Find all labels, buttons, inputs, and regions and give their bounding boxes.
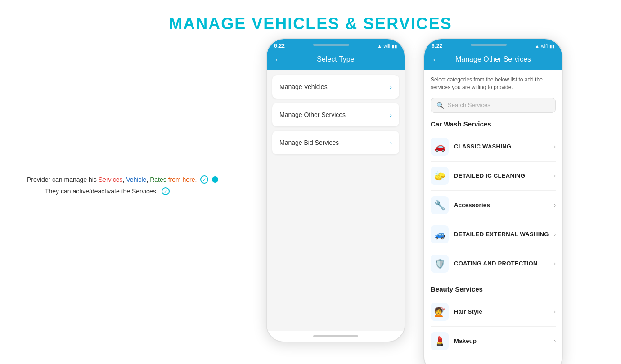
service-detailed-ic[interactable]: 🧽 DETAILED IC CLEANING › [431,162,556,191]
phone1-home-bar [313,335,358,337]
service-ext-name: DETAILED EXTERNAL WASHING [454,231,549,238]
phone2-body: Select categories from the below list to… [424,70,562,355]
menu-item-other-services-label: Manage Other Services [279,111,346,118]
service-makeup-name: Makeup [454,337,477,344]
menu-item-vehicles-label: Manage Vehicles [279,83,328,90]
phone2-back-button[interactable]: ← [432,54,441,65]
battery-icon: ▮▮ [392,44,397,49]
phone2-status-bar: 6:22 ▲ wifi ▮▮ [424,39,562,51]
service-detailed-ic-chevron: › [554,172,556,179]
service-coating-icon: 🛡️ [431,255,449,273]
service-ext-washing[interactable]: 🚙 DETAILED EXTERNAL WASHING › [431,220,556,249]
phone2-wifi-icon: wifi [541,44,548,49]
check-icon-1: ✓ [200,175,208,184]
phone2-signal-icon: ▲ [535,44,540,49]
phone1-back-button[interactable]: ← [274,54,283,65]
service-classic-name: CLASSIC WASHING [454,143,511,150]
phone2-time: 6:22 [432,43,442,49]
phone1-home-indicator [267,331,405,342]
wifi-icon: wifi [384,44,390,49]
menu-item-bid-services[interactable]: Manage Bid Services › [272,131,399,154]
service-detailed-ic-left: 🧽 DETAILED IC CLEANING [431,167,525,185]
menu-item-vehicles[interactable]: Manage Vehicles › [272,75,399,99]
service-classic-chevron: › [554,143,556,150]
car-wash-section: Car Wash Services 🚗 CLASSIC WASHING › 🧽 … [431,120,556,278]
service-accessories-chevron: › [554,202,556,208]
service-ext-icon: 🚙 [431,225,449,243]
check-icon-2: ✓ [162,187,170,195]
annotation-from-here: from here. [168,176,197,183]
service-hair-style[interactable]: 💇 Hair Style › [431,297,556,327]
phone2-status-icons: ▲ wifi ▮▮ [535,44,555,49]
phone-1: 6:22 ▲ wifi ▮▮ ← Select Type Manage Vehi… [266,38,405,342]
service-classic-icon: 🚗 [431,138,449,156]
search-bar[interactable]: 🔍 Search Services [431,98,556,113]
annotation-line2: They can active/deactivate the Services. [45,188,158,195]
beauty-section-title: Beauty Services [431,285,556,293]
service-makeup-left: 💄 Makeup [431,332,477,350]
phone-2: 6:22 ▲ wifi ▮▮ ← Manage Other Services S… [423,38,563,364]
service-ext-left: 🚙 DETAILED EXTERNAL WASHING [431,225,549,243]
annotation-area: Provider can manage his Services, Vehicl… [27,175,292,199]
beauty-section: Beauty Services 💇 Hair Style › 💄 Makeup … [431,285,556,355]
phone1-notch [313,44,349,46]
page-title: MANAGE VEHICLES & SERVICES [0,0,621,33]
service-accessories-name: Accessories [454,202,490,208]
service-coating-name: COATING AND PROTECTION [454,260,538,267]
service-makeup-chevron: › [554,337,556,344]
signal-icon: ▲ [378,44,382,49]
phones-container: 6:22 ▲ wifi ▮▮ ← Select Type Manage Vehi… [266,38,563,364]
phone1-body: Manage Vehicles › Manage Other Services … [267,70,405,331]
dot-icon [212,176,218,183]
menu-item-other-services[interactable]: Manage Other Services › [272,103,399,126]
phone2-battery-icon: ▮▮ [549,44,555,49]
annotation-services: Services [99,176,123,183]
menu-item-bid-chevron: › [390,139,392,146]
search-input[interactable]: Search Services [448,102,490,108]
phone1-status-icons: ▲ wifi ▮▮ [378,44,397,49]
annotation-line1: Provider can manage his Services, Vehicl… [27,176,197,183]
menu-item-bid-label: Manage Bid Services [279,139,339,146]
menu-item-other-chevron: › [390,111,392,118]
phone1-header-title: Select Type [317,55,354,63]
service-classic-left: 🚗 CLASSIC WASHING [431,138,511,156]
phone1-header: ← Select Type [267,51,405,70]
service-hair-name: Hair Style [454,308,482,315]
service-ext-chevron: › [554,231,556,238]
annotation-vehicle: Vehicle [126,176,146,183]
service-coating[interactable]: 🛡️ COATING AND PROTECTION › [431,249,556,278]
phone2-header-title: Manage Other Services [455,55,531,63]
service-accessories-icon: 🔧 [431,196,449,214]
phone2-home-indicator [424,363,562,364]
service-hair-chevron: › [554,308,556,315]
menu-item-vehicles-chevron: › [390,83,392,90]
phone2-notch [471,44,507,46]
service-classic-washing[interactable]: 🚗 CLASSIC WASHING › [431,132,556,162]
car-wash-section-title: Car Wash Services [431,120,556,128]
service-accessories-left: 🔧 Accessories [431,196,490,214]
service-hair-left: 💇 Hair Style [431,303,482,321]
service-hair-icon: 💇 [431,303,449,321]
service-makeup-icon: 💄 [431,332,449,350]
service-makeup[interactable]: 💄 Makeup › [431,327,556,355]
service-detailed-ic-name: DETAILED IC CLEANING [454,172,525,179]
service-coating-left: 🛡️ COATING AND PROTECTION [431,255,538,273]
service-coating-chevron: › [554,260,556,267]
service-accessories[interactable]: 🔧 Accessories › [431,191,556,220]
service-detailed-ic-icon: 🧽 [431,167,449,185]
phone2-header: ← Manage Other Services [424,51,562,70]
phone2-subtitle: Select categories from the below list to… [431,76,556,91]
annotation-rates: Rates [150,176,166,183]
phone1-status-bar: 6:22 ▲ wifi ▮▮ [267,39,405,51]
phone1-time: 6:22 [274,43,285,49]
search-icon: 🔍 [436,102,444,109]
